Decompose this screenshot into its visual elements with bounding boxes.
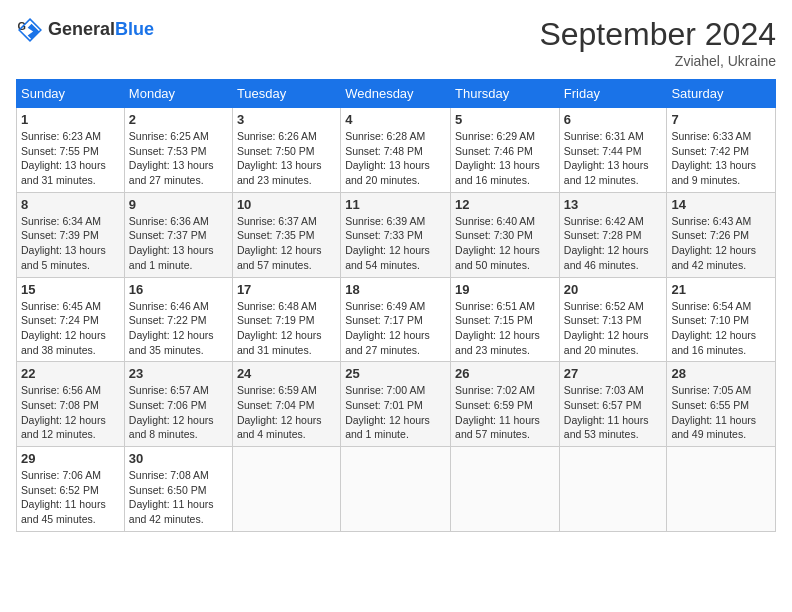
day-number: 10 bbox=[237, 197, 336, 212]
day-info: Sunrise: 6:49 AM Sunset: 7:17 PM Dayligh… bbox=[345, 299, 446, 358]
day-number: 1 bbox=[21, 112, 120, 127]
table-row: 27 Sunrise: 7:03 AM Sunset: 6:57 PM Dayl… bbox=[559, 362, 667, 447]
sunrise-label: Sunrise: 7:03 AM bbox=[564, 384, 644, 396]
day-info: Sunrise: 6:36 AM Sunset: 7:37 PM Dayligh… bbox=[129, 214, 228, 273]
sunset-label: Sunset: 7:28 PM bbox=[564, 229, 642, 241]
sunset-label: Sunset: 6:52 PM bbox=[21, 484, 99, 496]
table-row bbox=[341, 447, 451, 532]
day-number: 12 bbox=[455, 197, 555, 212]
sunset-label: Sunset: 7:42 PM bbox=[671, 145, 749, 157]
sunset-label: Sunset: 7:04 PM bbox=[237, 399, 315, 411]
sunset-label: Sunset: 7:50 PM bbox=[237, 145, 315, 157]
day-info: Sunrise: 6:39 AM Sunset: 7:33 PM Dayligh… bbox=[345, 214, 446, 273]
day-number: 28 bbox=[671, 366, 771, 381]
col-monday: Monday bbox=[124, 80, 232, 108]
sunset-label: Sunset: 7:44 PM bbox=[564, 145, 642, 157]
col-tuesday: Tuesday bbox=[232, 80, 340, 108]
sunrise-label: Sunrise: 6:34 AM bbox=[21, 215, 101, 227]
day-info: Sunrise: 6:42 AM Sunset: 7:28 PM Dayligh… bbox=[564, 214, 663, 273]
day-number: 15 bbox=[21, 282, 120, 297]
sunrise-label: Sunrise: 6:59 AM bbox=[237, 384, 317, 396]
sunrise-label: Sunrise: 7:05 AM bbox=[671, 384, 751, 396]
day-number: 3 bbox=[237, 112, 336, 127]
sunrise-label: Sunrise: 6:23 AM bbox=[21, 130, 101, 142]
daylight-label: Daylight: 12 hours and 4 minutes. bbox=[237, 414, 322, 441]
table-row: 2 Sunrise: 6:25 AM Sunset: 7:53 PM Dayli… bbox=[124, 108, 232, 193]
sunrise-label: Sunrise: 6:54 AM bbox=[671, 300, 751, 312]
table-row: 24 Sunrise: 6:59 AM Sunset: 7:04 PM Dayl… bbox=[232, 362, 340, 447]
daylight-label: Daylight: 12 hours and 1 minute. bbox=[345, 414, 430, 441]
sunrise-label: Sunrise: 7:08 AM bbox=[129, 469, 209, 481]
page-header: G GeneralBlue September 2024 Zviahel, Uk… bbox=[16, 16, 776, 69]
daylight-label: Daylight: 12 hours and 42 minutes. bbox=[671, 244, 756, 271]
sunset-label: Sunset: 7:19 PM bbox=[237, 314, 315, 326]
table-row bbox=[559, 447, 667, 532]
table-row: 25 Sunrise: 7:00 AM Sunset: 7:01 PM Dayl… bbox=[341, 362, 451, 447]
sunrise-label: Sunrise: 6:56 AM bbox=[21, 384, 101, 396]
sunrise-label: Sunrise: 6:49 AM bbox=[345, 300, 425, 312]
table-row bbox=[667, 447, 776, 532]
day-number: 29 bbox=[21, 451, 120, 466]
sunset-label: Sunset: 7:01 PM bbox=[345, 399, 423, 411]
table-row: 10 Sunrise: 6:37 AM Sunset: 7:35 PM Dayl… bbox=[232, 192, 340, 277]
day-number: 14 bbox=[671, 197, 771, 212]
day-info: Sunrise: 6:46 AM Sunset: 7:22 PM Dayligh… bbox=[129, 299, 228, 358]
sunset-label: Sunset: 7:53 PM bbox=[129, 145, 207, 157]
calendar-row: 29 Sunrise: 7:06 AM Sunset: 6:52 PM Dayl… bbox=[17, 447, 776, 532]
logo-text: GeneralBlue bbox=[48, 20, 154, 40]
sunset-label: Sunset: 7:48 PM bbox=[345, 145, 423, 157]
day-info: Sunrise: 6:48 AM Sunset: 7:19 PM Dayligh… bbox=[237, 299, 336, 358]
sunrise-label: Sunrise: 6:57 AM bbox=[129, 384, 209, 396]
daylight-label: Daylight: 13 hours and 9 minutes. bbox=[671, 159, 756, 186]
sunset-label: Sunset: 7:17 PM bbox=[345, 314, 423, 326]
month-title: September 2024 bbox=[539, 16, 776, 53]
daylight-label: Daylight: 13 hours and 5 minutes. bbox=[21, 244, 106, 271]
daylight-label: Daylight: 11 hours and 45 minutes. bbox=[21, 498, 106, 525]
day-info: Sunrise: 6:29 AM Sunset: 7:46 PM Dayligh… bbox=[455, 129, 555, 188]
sunrise-label: Sunrise: 6:52 AM bbox=[564, 300, 644, 312]
day-number: 19 bbox=[455, 282, 555, 297]
day-number: 9 bbox=[129, 197, 228, 212]
sunset-label: Sunset: 7:10 PM bbox=[671, 314, 749, 326]
sunset-label: Sunset: 7:46 PM bbox=[455, 145, 533, 157]
table-row: 8 Sunrise: 6:34 AM Sunset: 7:39 PM Dayli… bbox=[17, 192, 125, 277]
day-info: Sunrise: 6:33 AM Sunset: 7:42 PM Dayligh… bbox=[671, 129, 771, 188]
daylight-label: Daylight: 12 hours and 12 minutes. bbox=[21, 414, 106, 441]
daylight-label: Daylight: 12 hours and 16 minutes. bbox=[671, 329, 756, 356]
day-info: Sunrise: 6:57 AM Sunset: 7:06 PM Dayligh… bbox=[129, 383, 228, 442]
day-number: 21 bbox=[671, 282, 771, 297]
table-row: 20 Sunrise: 6:52 AM Sunset: 7:13 PM Dayl… bbox=[559, 277, 667, 362]
day-number: 24 bbox=[237, 366, 336, 381]
day-number: 11 bbox=[345, 197, 446, 212]
day-number: 7 bbox=[671, 112, 771, 127]
table-row bbox=[232, 447, 340, 532]
daylight-label: Daylight: 12 hours and 50 minutes. bbox=[455, 244, 540, 271]
table-row: 30 Sunrise: 7:08 AM Sunset: 6:50 PM Dayl… bbox=[124, 447, 232, 532]
day-info: Sunrise: 6:31 AM Sunset: 7:44 PM Dayligh… bbox=[564, 129, 663, 188]
calendar-row: 15 Sunrise: 6:45 AM Sunset: 7:24 PM Dayl… bbox=[17, 277, 776, 362]
sunset-label: Sunset: 6:55 PM bbox=[671, 399, 749, 411]
daylight-label: Daylight: 12 hours and 31 minutes. bbox=[237, 329, 322, 356]
sunrise-label: Sunrise: 6:33 AM bbox=[671, 130, 751, 142]
table-row: 15 Sunrise: 6:45 AM Sunset: 7:24 PM Dayl… bbox=[17, 277, 125, 362]
daylight-label: Daylight: 12 hours and 46 minutes. bbox=[564, 244, 649, 271]
sunrise-label: Sunrise: 6:26 AM bbox=[237, 130, 317, 142]
sunrise-label: Sunrise: 6:42 AM bbox=[564, 215, 644, 227]
sunrise-label: Sunrise: 6:48 AM bbox=[237, 300, 317, 312]
sunset-label: Sunset: 7:55 PM bbox=[21, 145, 99, 157]
table-row: 21 Sunrise: 6:54 AM Sunset: 7:10 PM Dayl… bbox=[667, 277, 776, 362]
sunset-label: Sunset: 7:33 PM bbox=[345, 229, 423, 241]
sunrise-label: Sunrise: 6:51 AM bbox=[455, 300, 535, 312]
header-row: Sunday Monday Tuesday Wednesday Thursday… bbox=[17, 80, 776, 108]
day-info: Sunrise: 6:40 AM Sunset: 7:30 PM Dayligh… bbox=[455, 214, 555, 273]
day-info: Sunrise: 6:54 AM Sunset: 7:10 PM Dayligh… bbox=[671, 299, 771, 358]
daylight-label: Daylight: 13 hours and 27 minutes. bbox=[129, 159, 214, 186]
table-row: 17 Sunrise: 6:48 AM Sunset: 7:19 PM Dayl… bbox=[232, 277, 340, 362]
sunset-label: Sunset: 7:39 PM bbox=[21, 229, 99, 241]
sunrise-label: Sunrise: 6:45 AM bbox=[21, 300, 101, 312]
logo: G GeneralBlue bbox=[16, 16, 154, 44]
col-friday: Friday bbox=[559, 80, 667, 108]
sunrise-label: Sunrise: 6:37 AM bbox=[237, 215, 317, 227]
table-row: 19 Sunrise: 6:51 AM Sunset: 7:15 PM Dayl… bbox=[451, 277, 560, 362]
col-thursday: Thursday bbox=[451, 80, 560, 108]
